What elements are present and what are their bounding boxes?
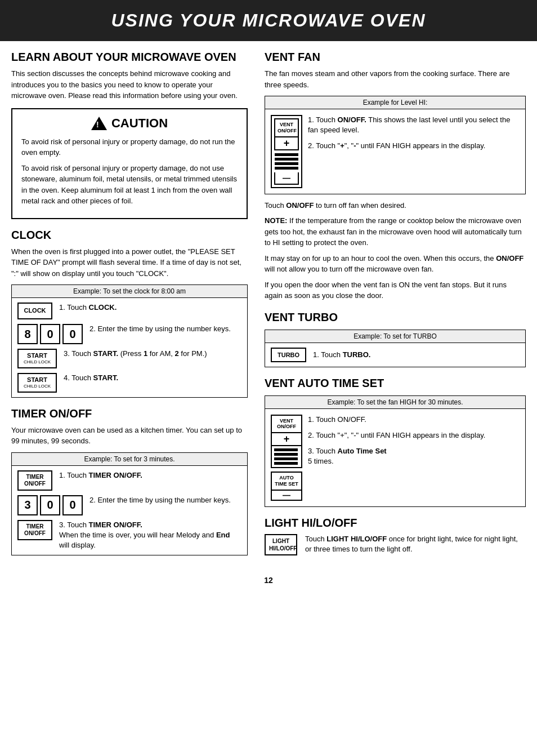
ventauto-bars (271, 446, 302, 468)
ventauto-example-header: Example: To set the fan HIGH for 30 minu… (265, 396, 525, 409)
left-column: LEARN ABOUT YOUR MICROWAVE OVEN This sec… (11, 50, 259, 564)
ventauto-step3-text: 3. Touch Auto Time Set5 times. (308, 446, 520, 466)
section-clock-para: When the oven is first plugged into a po… (11, 246, 248, 279)
clock-step3: START CHILD LOCK 3. Touch START. (Press … (17, 349, 241, 368)
vent-onoff-btn[interactable]: VENTON/OFF (274, 118, 299, 137)
timer-step2-text: 2. Enter the time by using the number ke… (90, 495, 231, 505)
clock-btn[interactable]: CLOCK (17, 303, 52, 319)
clock-step2-text: 2. Enter the time by using the number ke… (90, 324, 231, 334)
ventauto-panel: VENTON/OFF + AUTOTIME SET — (271, 415, 302, 501)
ventturbo-example-content: TURBO 1. Touch TURBO. (265, 343, 525, 367)
clock-start-btn1[interactable]: START CHILD LOCK (17, 349, 57, 368)
section-learn-para: This section discusses the concepts behi… (11, 68, 248, 101)
page-header: USING YOUR MICROWAVE OVEN (0, 0, 537, 41)
digit-0c: 0 (40, 495, 60, 515)
ventauto-bar1 (274, 448, 298, 451)
section-ventturbo-heading: VENT TURBO (265, 310, 526, 324)
section-clock: CLOCK When the oven is first plugged int… (11, 228, 248, 398)
caution-para2: To avoid risk of personal injury or prop… (21, 163, 238, 207)
timer-step3: TIMERON/OFF 3. Touch TIMER ON/OFF.When t… (17, 520, 241, 551)
clock-digits: 8 0 0 (17, 324, 83, 344)
clock-step4-text: 4. Touch START. (64, 373, 118, 383)
ventfan-example-box: Example for Level HI: VENTON/OFF + — (265, 96, 526, 194)
section-learn: LEARN ABOUT YOUR MICROWAVE OVEN This sec… (11, 50, 248, 219)
page-title: USING YOUR MICROWAVE OVEN (6, 10, 531, 31)
timer-example-box: Example: To set for 3 minutes. TIMERON/O… (11, 452, 248, 556)
clock-step2: 8 0 0 2. Enter the time by using the num… (17, 324, 241, 344)
page-number: 12 (0, 576, 537, 594)
caution-title: CAUTION (21, 116, 238, 131)
ventfan-note1: Touch ON/OFF to turn off fan when desire… (265, 200, 526, 211)
digit-0b: 0 (62, 324, 83, 344)
ventfan-note2: NOTE: If the temperature from the range … (265, 215, 526, 248)
caution-icon (91, 117, 107, 130)
digit-0d: 0 (62, 495, 83, 515)
vent-minus-btn[interactable]: — (274, 172, 299, 185)
ventauto-example-content: VENTON/OFF + AUTOTIME SET — 1. To (265, 409, 525, 506)
clock-start-btn2[interactable]: START CHILD LOCK (17, 373, 57, 393)
ventfan-step2-text: 2. Touch "+", "-" until FAN HIGH appears… (308, 141, 520, 151)
clock-step3-text: 3. Touch START. (Press 1 for AM, 2 for P… (64, 349, 207, 359)
caution-label: CAUTION (111, 116, 168, 131)
section-ventfan: VENT FAN The fan moves steam and other v… (265, 50, 526, 301)
light-btn[interactable]: LIGHTHI/LO/OFF (265, 534, 297, 555)
section-timer: TIMER ON/OFF Your microwave oven can be … (11, 407, 248, 556)
clock-step1-text: 1. Touch CLOCK. (59, 303, 117, 313)
caution-para1: To avoid risk of personal injury or prop… (21, 136, 238, 158)
vent-panel: VENTON/OFF + — (271, 115, 302, 188)
vent-bar-3 (275, 162, 298, 165)
ventauto-step2-text: 2. Touch "+", "-" until FAN HIGH appears… (308, 430, 520, 441)
vent-bars (272, 150, 301, 172)
ventauto-vent-btn[interactable]: VENTON/OFF (271, 415, 302, 434)
digit-3: 3 (17, 495, 38, 515)
clock-example-content: CLOCK 1. Touch CLOCK. 8 0 0 2. Enter the… (12, 298, 247, 397)
ventturbo-step1-text: 1. Touch TURBO. (313, 350, 370, 360)
light-content: LIGHTHI/LO/OFF Touch LIGHT HI/LO/OFF onc… (265, 534, 526, 555)
ventfan-step1-text: 1. Touch ON/OFF. This shows the last lev… (308, 115, 520, 135)
timer-digits: 3 0 0 (17, 495, 83, 515)
section-light: LIGHT HI/LO/OFF LIGHTHI/LO/OFF Touch LIG… (265, 516, 526, 555)
ventturbo-example-header: Example: To set for TURBO (265, 330, 525, 343)
clock-step1: CLOCK 1. Touch CLOCK. (17, 303, 241, 319)
section-light-heading: LIGHT HI/LO/OFF (265, 516, 526, 530)
vent-bar-1 (275, 153, 298, 156)
ventauto-bar2 (274, 453, 298, 456)
ventfan-example-header: Example for Level HI: (265, 96, 525, 109)
timer-example-header: Example: To set for 3 minutes. (12, 453, 247, 466)
caution-box: CAUTION To avoid risk of personal injury… (11, 108, 248, 219)
ventauto-bar4 (274, 462, 298, 465)
right-column: VENT FAN The fan moves steam and other v… (259, 50, 526, 564)
section-ventfan-para: The fan moves steam and other vapors fro… (265, 68, 526, 90)
timer-step3-text: 3. Touch TIMER ON/OFF.When the time is o… (59, 520, 241, 551)
section-learn-heading: LEARN ABOUT YOUR MICROWAVE OVEN (11, 50, 248, 64)
clock-example-box: Example: To set the clock for 8:00 am CL… (11, 284, 248, 398)
ventfan-steps: 1. Touch ON/OFF. This shows the last lev… (308, 115, 520, 188)
ventauto-minus-btn[interactable]: — (271, 491, 302, 501)
vent-plus-btn[interactable]: + (274, 137, 299, 150)
ventauto-bar3 (274, 457, 298, 460)
ventauto-plus-btn[interactable]: + (271, 433, 302, 446)
vent-bar-2 (275, 158, 298, 161)
timer-onoff-btn1[interactable]: TIMERON/OFF (17, 470, 52, 491)
section-clock-heading: CLOCK (11, 228, 248, 242)
ventfan-example-content: VENTON/OFF + — 1. Touch ON/OFF. This sho… (265, 109, 525, 194)
timer-step1: TIMERON/OFF 1. Touch TIMER ON/OFF. (17, 470, 241, 491)
vent-bar-4 (275, 167, 298, 170)
auto-time-set-btn[interactable]: AUTOTIME SET (271, 472, 302, 491)
timer-onoff-btn2[interactable]: TIMERON/OFF (17, 520, 52, 540)
section-ventauto: VENT AUTO TIME SET Example: To set the f… (265, 376, 526, 507)
timer-step1-text: 1. Touch TIMER ON/OFF. (59, 470, 142, 481)
ventturbo-example-box: Example: To set for TURBO TURBO 1. Touch… (265, 330, 526, 367)
ventfan-note4: If you open the door when the vent fan i… (265, 279, 526, 301)
ventauto-step1-text: 1. Touch ON/OFF. (308, 415, 520, 425)
light-text: Touch LIGHT HI/LO/OFF once for bright li… (305, 534, 526, 554)
timer-step2: 3 0 0 2. Enter the time by using the num… (17, 495, 241, 515)
ventauto-example-box: Example: To set the fan HIGH for 30 minu… (265, 395, 526, 507)
turbo-btn[interactable]: TURBO (271, 348, 306, 362)
digit-8: 8 (17, 324, 38, 344)
section-ventauto-heading: VENT AUTO TIME SET (265, 376, 526, 390)
timer-example-content: TIMERON/OFF 1. Touch TIMER ON/OFF. 3 0 0… (12, 466, 247, 555)
section-ventfan-heading: VENT FAN (265, 50, 526, 64)
clock-example-header: Example: To set the clock for 8:00 am (12, 285, 247, 298)
section-timer-heading: TIMER ON/OFF (11, 407, 248, 420)
